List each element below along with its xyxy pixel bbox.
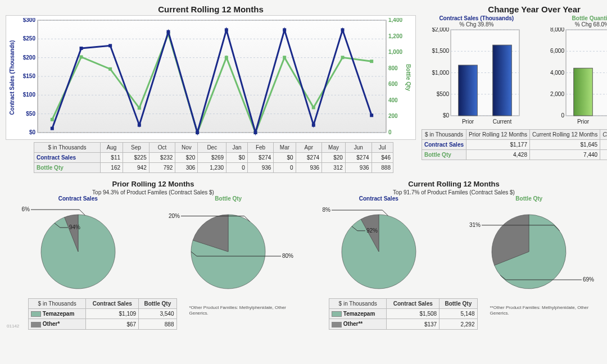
- svg-rect-48: [370, 113, 373, 117]
- cell: $274: [345, 153, 372, 163]
- cell: $ in Thousands: [422, 130, 466, 140]
- yoy-cs-title: Contract Sales (Thousands): [422, 15, 532, 21]
- svg-text:$100: $100: [23, 92, 36, 98]
- prior-bq-label: Bottle Qty: [156, 195, 301, 202]
- svg-text:1,200: 1,200: [388, 33, 402, 39]
- cell: 936: [296, 163, 322, 173]
- svg-text:0: 0: [388, 129, 392, 135]
- yoy-bq-bar: 02,0004,0006,0008,000PriorCurrent: [547, 28, 607, 126]
- cell: Change: [600, 130, 607, 140]
- svg-text:0: 0: [561, 112, 565, 119]
- cell: Apr: [296, 143, 322, 153]
- current-cs-pie: 92%8%: [311, 202, 446, 297]
- prior-cs-label: Contract Sales: [6, 195, 151, 202]
- cell: 942: [123, 163, 150, 173]
- svg-text:$0: $0: [443, 112, 450, 119]
- cell: $0: [227, 153, 248, 163]
- cell: $67: [86, 319, 139, 329]
- cell: 162: [101, 163, 123, 173]
- line-chart-svg: $0$50$100$150$200$250$30002004006008001,…: [7, 18, 412, 137]
- svg-text:80%: 80%: [282, 253, 293, 259]
- cell: $274: [247, 153, 274, 163]
- svg-text:4,000: 4,000: [550, 70, 564, 76]
- svg-text:200: 200: [388, 113, 398, 119]
- cell: 0: [227, 163, 248, 173]
- cell: $1,645: [529, 140, 600, 150]
- cell: Jan: [227, 143, 248, 153]
- current-table: $ in Thousands Contract Sales Bottle Qty…: [329, 298, 478, 330]
- svg-text:Bottle Qty: Bottle Qty: [405, 64, 411, 91]
- svg-text:$1,000: $1,000: [432, 70, 449, 76]
- cell: 4,428: [466, 150, 530, 160]
- current-bq-label: Bottle Qty: [457, 195, 602, 202]
- yoy-title: Change Year Over Year: [422, 3, 607, 15]
- svg-text:Prior: Prior: [462, 119, 474, 125]
- cell: $20: [175, 153, 198, 163]
- prior-table: $ in Thousands Contract Sales Bottle Qty…: [28, 298, 177, 330]
- cell: Prior Rolling 12 Months: [466, 130, 530, 140]
- cell: $274: [296, 153, 322, 163]
- cell: Oct: [149, 143, 175, 153]
- yoy-cs-sub: % Chg 39.8%: [422, 21, 532, 28]
- svg-text:$500: $500: [437, 91, 450, 97]
- svg-rect-62: [493, 45, 512, 116]
- svg-rect-42: [196, 131, 199, 134]
- svg-text:6,000: 6,000: [550, 48, 564, 54]
- svg-text:2,000: 2,000: [550, 91, 564, 97]
- svg-rect-26: [80, 55, 83, 58]
- prior-note: *Other Product Families: Methylphenidate…: [183, 298, 301, 316]
- cell: Bottle Qty: [422, 150, 466, 160]
- svg-text:$2,000: $2,000: [432, 28, 449, 33]
- cell: Contract Sales: [86, 299, 139, 309]
- cell: 936: [247, 163, 274, 173]
- svg-text:$50: $50: [26, 111, 35, 117]
- svg-text:$250: $250: [23, 35, 36, 42]
- svg-rect-43: [225, 28, 228, 31]
- svg-rect-35: [341, 56, 345, 59]
- svg-text:31%: 31%: [469, 222, 481, 228]
- svg-text:$1,500: $1,500: [432, 48, 449, 54]
- cell: $ in Thousands: [34, 143, 101, 153]
- cell: $20: [322, 153, 346, 163]
- cell: Temazepam: [329, 309, 387, 319]
- current-title: Current Rolling 12 Months: [306, 179, 601, 189]
- svg-text:Contract Sales (Thousands): Contract Sales (Thousands): [9, 40, 15, 115]
- svg-rect-39: [108, 44, 112, 47]
- svg-text:8,000: 8,000: [550, 28, 564, 33]
- svg-rect-33: [283, 56, 286, 59]
- cell: Other**: [329, 319, 387, 329]
- cell: 888: [139, 319, 176, 329]
- svg-text:Current: Current: [493, 119, 512, 125]
- cell: Nov: [175, 143, 198, 153]
- cell: $0: [274, 153, 296, 163]
- rolling-chart: $0$50$100$150$200$250$30002004006008001,…: [6, 15, 416, 140]
- svg-text:$300: $300: [23, 18, 36, 23]
- svg-text:600: 600: [388, 81, 398, 87]
- cell: $232: [149, 153, 175, 163]
- prior-bq-pie: 80%20%: [161, 202, 296, 297]
- cell: Contract Sales: [387, 299, 440, 309]
- svg-rect-47: [341, 28, 345, 31]
- cell: Other*: [29, 319, 86, 329]
- cell: Mar: [274, 143, 296, 153]
- svg-rect-41: [167, 30, 170, 34]
- yoy-cs-bar: $0$500$1,000$1,500$2,000PriorCurrent: [432, 28, 522, 126]
- cell: Dec: [198, 143, 227, 153]
- svg-text:94%: 94%: [69, 224, 80, 230]
- svg-rect-28: [138, 106, 141, 110]
- cell: Temazepam: [29, 309, 86, 319]
- cell: $ in Thousands: [329, 299, 387, 309]
- prior-title: Prior Rolling 12 Months: [6, 179, 301, 189]
- cell: May: [322, 143, 346, 153]
- yoy-table: $ in Thousands Prior Rolling 12 Months C…: [422, 129, 607, 160]
- cell: $269: [198, 153, 227, 163]
- svg-text:6%: 6%: [21, 206, 30, 212]
- svg-rect-46: [312, 124, 315, 127]
- current-cs-label: Contract Sales: [306, 195, 451, 202]
- svg-text:Prior: Prior: [577, 119, 590, 125]
- yoy-bq-title: Bottle Quantity: [537, 15, 607, 21]
- svg-text:$200: $200: [23, 54, 36, 61]
- svg-text:1,400: 1,400: [388, 18, 402, 23]
- cell: Sep: [123, 143, 150, 153]
- current-note: **Other Product Families: Methylphenidat…: [483, 298, 602, 316]
